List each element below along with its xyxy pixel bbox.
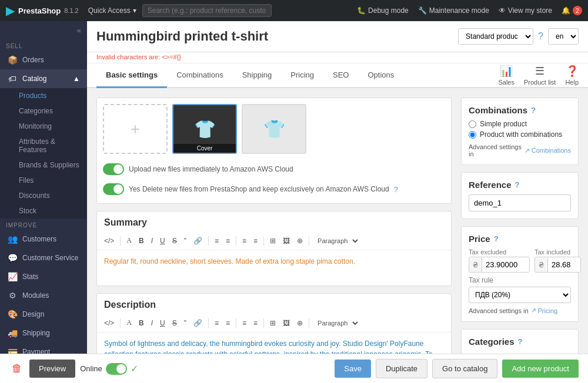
product-type-help-icon[interactable]: ? (538, 31, 543, 42)
toolbar-paragraph-select[interactable]: Paragraph Heading 1 (313, 236, 360, 246)
sidebar-toggle[interactable]: « (0, 21, 87, 39)
tax-included-currency: ₴ (535, 258, 548, 272)
desc-toolbar-bold[interactable]: B (136, 318, 146, 328)
toolbar-table[interactable]: ⊞ (268, 236, 278, 246)
categories-card: Categories ? (461, 329, 579, 354)
toolbar-embed[interactable]: ⊕ (295, 236, 305, 246)
save-button[interactable]: Save (335, 360, 371, 378)
go-to-catalog-button[interactable]: Go to catalog (432, 359, 497, 378)
categories-help-icon[interactable]: ? (518, 337, 523, 346)
desc-toolbar-embed[interactable]: ⊕ (295, 318, 305, 328)
desc-toolbar-format-a[interactable]: A (124, 317, 134, 328)
sidebar-item-products[interactable]: Products (0, 88, 87, 103)
sidebar-item-brands[interactable]: Brands & Suppliers (0, 157, 87, 173)
view-store-link[interactable]: 👁 View my store (499, 6, 552, 15)
desc-toolbar-italic[interactable]: I (149, 318, 155, 328)
tax-excluded-input[interactable] (482, 257, 529, 272)
combinations-external-icon: ↗ (524, 147, 530, 154)
reference-input[interactable] (469, 194, 571, 211)
toolbar-link[interactable]: 🔗 (191, 236, 205, 246)
sidebar-item-orders[interactable]: 📦 Orders (0, 51, 87, 69)
sidebar-item-customers[interactable]: 👥 Customers (0, 230, 87, 248)
pricing-link[interactable]: ↗ Pricing (531, 307, 558, 314)
product-image-2[interactable]: 👕 (242, 104, 306, 154)
desc-toolbar-image[interactable]: 🖼 (280, 318, 292, 328)
sidebar-item-attributes[interactable]: Attributes & Features (0, 134, 87, 157)
add-image-button[interactable]: + (103, 104, 168, 154)
summary-content[interactable]: Regular fit, round neckline, short sleev… (97, 250, 451, 285)
sidebar-item-files[interactable]: Files (0, 173, 87, 188)
sidebar-item-discounts[interactable]: Discounts (0, 188, 87, 203)
sidebar-item-design[interactable]: 🎨 Design (0, 305, 87, 324)
product-list-action[interactable]: ☰ Product list (524, 65, 556, 86)
debug-mode-link[interactable]: 🐛 Debug mode (357, 6, 409, 15)
toolbar-strikethrough[interactable]: S (170, 236, 179, 246)
delete-button[interactable]: 🗑 (9, 360, 25, 377)
toolbar-list-unordered[interactable]: ≡ (251, 236, 260, 246)
maintenance-mode-link[interactable]: 🔧 Maintenance mode (418, 6, 489, 15)
simple-product-option[interactable]: Simple product (469, 120, 571, 128)
with-combinations-option[interactable]: Product with combinations (469, 130, 571, 139)
desc-toolbar-align-right[interactable]: ≡ (223, 318, 232, 328)
notifications[interactable]: 🔔 2 (562, 6, 582, 15)
delete-toggle[interactable] (103, 183, 124, 195)
tab-pricing[interactable]: Pricing (281, 63, 323, 88)
quick-access-menu[interactable]: Quick Access ▾ (88, 6, 136, 15)
tab-shipping[interactable]: Shipping (233, 63, 282, 88)
toolbar-align-right[interactable]: ≡ (223, 236, 232, 246)
price-help-icon[interactable]: ? (494, 234, 499, 243)
desc-toolbar-list-ordered[interactable]: ≡ (240, 318, 249, 328)
desc-toolbar-table[interactable]: ⊞ (268, 318, 278, 328)
tab-seo[interactable]: SEO (323, 63, 358, 88)
desc-toolbar-strikethrough[interactable]: S (170, 318, 179, 328)
tax-rule-select[interactable]: ПДВ (20%) No tax (469, 287, 571, 303)
sidebar-item-categories[interactable]: Categories (0, 103, 87, 119)
toolbar-format-a[interactable]: A (124, 235, 134, 246)
sidebar-item-stock[interactable]: Stock (0, 203, 87, 219)
sidebar-item-customer-service[interactable]: 💬 Customer Service (0, 248, 87, 267)
sidebar-item-payment[interactable]: 💳 Payment (0, 342, 87, 354)
desc-toolbar-blockquote[interactable]: " (182, 318, 189, 328)
toolbar-underline[interactable]: U (158, 236, 168, 246)
desc-toolbar-underline[interactable]: U (158, 318, 168, 328)
sidebar-item-shipping[interactable]: 🚚 Shipping (0, 324, 87, 342)
delete-toggle-help-icon[interactable]: ? (394, 185, 398, 194)
sidebar-item-monitoring[interactable]: Monitoring (0, 119, 87, 134)
tab-combinations[interactable]: Combinations (167, 63, 233, 88)
combinations-help-icon[interactable]: ? (531, 106, 536, 115)
tab-basic-settings[interactable]: Basic settings (96, 63, 167, 88)
tax-included-label: Tax included (534, 248, 581, 256)
product-image-1[interactable]: 👕 Cover (172, 104, 237, 154)
sidebar-item-stats[interactable]: 📈 Stats (0, 267, 87, 286)
reference-help-icon[interactable]: ? (515, 180, 520, 189)
language-select[interactable]: en fr (548, 28, 579, 45)
toolbar-blockquote[interactable]: " (182, 236, 189, 246)
upload-toggle[interactable] (103, 163, 124, 175)
product-name-input[interactable] (96, 29, 451, 44)
sidebar-item-modules[interactable]: ⚙ Modules (0, 286, 87, 305)
sidebar-item-catalog[interactable]: 🏷 Catalog ▲ (0, 69, 87, 88)
desc-toolbar-list-unordered[interactable]: ≡ (251, 318, 260, 328)
search-input[interactable] (142, 4, 272, 17)
product-type-select[interactable]: Standard produc Virtual product Pack of … (458, 28, 533, 45)
duplicate-button[interactable]: Duplicate (376, 359, 427, 378)
desc-toolbar-align[interactable]: ≡ (212, 318, 221, 328)
toolbar-italic[interactable]: I (149, 236, 155, 246)
combinations-link[interactable]: ↗ Combinations (524, 147, 571, 154)
desc-toolbar-code[interactable]: </> (102, 318, 116, 328)
add-new-product-button[interactable]: Add new product (502, 360, 579, 378)
tab-options[interactable]: Options (358, 63, 403, 88)
online-toggle[interactable] (106, 363, 127, 375)
description-content[interactable]: Symbol of lightness and delicacy, the hu… (97, 332, 451, 354)
help-action[interactable]: ❓ Help (565, 65, 579, 86)
desc-toolbar-paragraph-select[interactable]: Paragraph Heading 1 (313, 318, 360, 328)
tax-included-input[interactable] (548, 257, 580, 272)
toolbar-list-ordered[interactable]: ≡ (240, 236, 249, 246)
desc-toolbar-link[interactable]: 🔗 (191, 318, 205, 328)
toolbar-bold[interactable]: B (136, 236, 146, 246)
toolbar-code[interactable]: </> (102, 236, 116, 246)
preview-button[interactable]: Preview (29, 360, 75, 378)
toolbar-align-left[interactable]: ≡ (212, 236, 221, 246)
sales-action[interactable]: 📊 Sales (498, 65, 514, 86)
toolbar-image[interactable]: 🖼 (280, 236, 292, 246)
